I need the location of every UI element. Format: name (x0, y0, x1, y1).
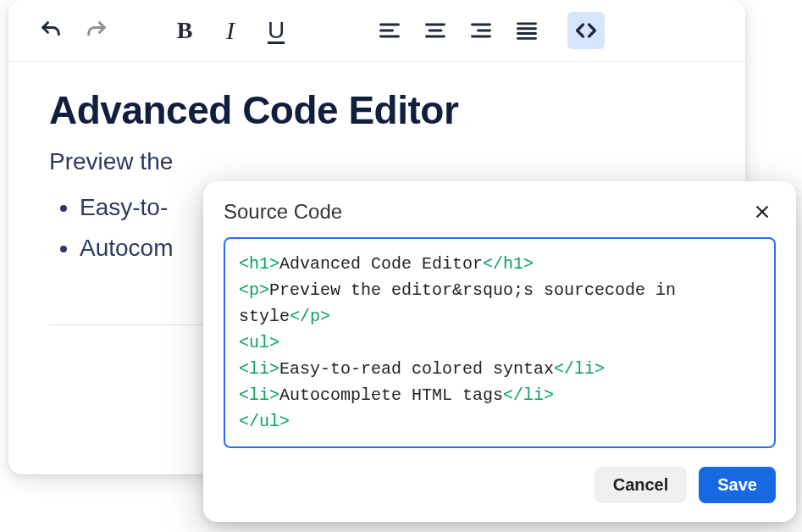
italic-button[interactable]: I (212, 12, 249, 49)
align-right-icon (469, 19, 493, 42)
bold-button[interactable]: B (166, 12, 203, 49)
format-group: B I U (166, 12, 295, 49)
align-right-button[interactable] (462, 12, 500, 49)
align-justify-button[interactable] (508, 12, 545, 49)
toolbar: B I U (8, 0, 745, 62)
code-icon (574, 19, 598, 42)
align-justify-icon (515, 19, 539, 42)
source-code-button[interactable] (567, 12, 605, 49)
source-code-textarea[interactable]: <h1>Advanced Code Editor</h1> <p>Preview… (224, 237, 776, 448)
redo-button[interactable] (78, 12, 115, 49)
align-group (371, 12, 545, 49)
align-left-icon (378, 19, 401, 42)
undo-icon (39, 19, 63, 42)
document-paragraph: Preview the (49, 148, 705, 175)
cancel-button[interactable]: Cancel (595, 467, 688, 503)
align-left-button[interactable] (371, 12, 408, 49)
source-code-dialog: Source Code <h1>Advanced Code Editor</h1… (203, 181, 796, 522)
undo-button[interactable] (32, 12, 69, 49)
document-heading: Advanced Code Editor (49, 87, 705, 133)
history-group (32, 12, 115, 49)
redo-icon (85, 19, 108, 42)
dialog-title: Source Code (224, 200, 342, 224)
underline-button[interactable]: U (257, 12, 295, 49)
align-center-icon (423, 19, 447, 42)
dialog-header: Source Code (224, 198, 776, 225)
close-button[interactable] (749, 198, 776, 225)
close-icon (754, 203, 771, 220)
align-center-button[interactable] (417, 12, 454, 49)
save-button[interactable]: Save (699, 467, 776, 503)
dialog-footer: Cancel Save (224, 467, 776, 503)
